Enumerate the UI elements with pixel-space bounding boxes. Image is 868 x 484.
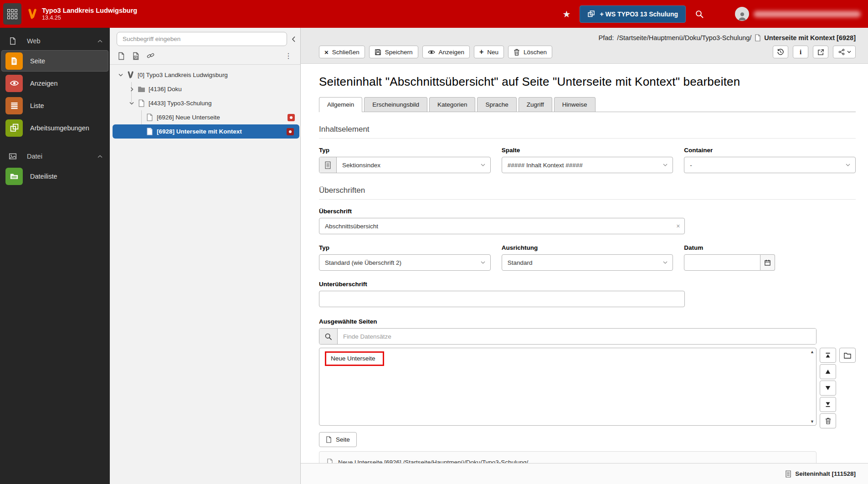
annotation-red-box: Neue Unterseite: [325, 351, 384, 366]
add-page-button[interactable]: Seite: [319, 432, 357, 447]
find-records-input[interactable]: [338, 329, 816, 344]
clear-icon[interactable]: ×: [676, 222, 680, 230]
tab-kategorien[interactable]: Kategorien: [429, 97, 475, 112]
close-button[interactable]: × Schließen: [319, 46, 365, 58]
date-input[interactable]: [684, 254, 760, 271]
share-button[interactable]: [833, 46, 856, 58]
tree-node-label: [6928] Unterseite mit Kontext: [157, 128, 242, 135]
heading-type-select[interactable]: Standard (wie Überschrift 2): [319, 254, 491, 271]
sidebar-item-label: Arbeitsumgebungen: [30, 124, 89, 132]
scrollbar-down-icon[interactable]: ▼: [810, 419, 814, 424]
move-to-top-button[interactable]: [820, 348, 836, 363]
history-button[interactable]: [773, 46, 788, 58]
remove-item-button[interactable]: [820, 413, 836, 428]
filelist-module-icon: [5, 168, 23, 185]
tree-node-typo3-schulung[interactable]: [4433] Typo3-Schulung: [110, 96, 300, 110]
chevron-up-icon: [98, 40, 103, 43]
move-up-button[interactable]: [820, 364, 836, 379]
unterueberschrift-input[interactable]: [319, 291, 685, 307]
ctype-value: Sektionsindex: [337, 162, 393, 169]
tree-node-unterseite-mit-kontext[interactable]: [6928] Unterseite mit Kontext: [113, 124, 299, 139]
sidebar-item-arbeitsumgebungen[interactable]: Arbeitsumgebungen: [1, 117, 108, 139]
module-group-datei[interactable]: Datei: [0, 145, 110, 165]
sidebar-item-label: Seite: [30, 57, 45, 65]
redacted-username: [754, 11, 861, 17]
tree-filter-input[interactable]: [117, 32, 287, 46]
view-button[interactable]: Anzeigen: [422, 46, 470, 58]
tab-zugriff[interactable]: Zugriff: [519, 97, 552, 112]
bookmark-star-icon[interactable]: ★: [563, 9, 571, 20]
record-footer: Seiteninhalt [111528]: [301, 463, 868, 484]
page-icon: [145, 113, 154, 121]
delete-button[interactable]: Löschen: [508, 46, 552, 58]
file-icon: [8, 152, 18, 160]
open-in-window-button[interactable]: [813, 46, 828, 58]
user-menu[interactable]: [735, 7, 861, 21]
share-icon: [838, 49, 845, 55]
info-button[interactable]: i: [793, 46, 808, 58]
site-title: Typo3 Landkreis Ludwigsburg: [42, 6, 137, 15]
path-prefix: Pfad:: [599, 34, 614, 41]
web-icon: [8, 37, 18, 45]
avatar: [735, 7, 749, 21]
colpos-select[interactable]: ##### Inhalt Kontext #####: [502, 157, 673, 173]
module-menu-button[interactable]: [3, 3, 21, 25]
chevron-down-icon[interactable]: [117, 73, 124, 77]
new-button[interactable]: + Neu: [474, 46, 504, 58]
new-page-icon[interactable]: [118, 52, 125, 60]
selected-pages-listbox[interactable]: Neue Unterseite ▲ ▼: [319, 348, 817, 426]
tree-node-root[interactable]: [0] Typo3 Landkreis Ludwigsburg: [110, 68, 300, 82]
tree-more-menu-icon[interactable]: ⋮: [285, 51, 294, 60]
browse-controls: [839, 348, 856, 363]
ueberschrift-input[interactable]: [319, 218, 685, 234]
tree-node-doku[interactable]: [4136] Doku: [110, 82, 300, 96]
save-button[interactable]: Speichern: [369, 46, 418, 58]
container-value: -: [684, 162, 705, 169]
ctype-select[interactable]: Sektionsindex: [319, 157, 491, 173]
move-down-button[interactable]: [820, 381, 836, 396]
brand: Typo3 Landkreis Ludwigsburg 13.4.25: [27, 6, 137, 22]
tab-hinweise[interactable]: Hinweise: [554, 97, 596, 112]
ueberschrift-label: Überschrift: [319, 208, 856, 215]
search-icon[interactable]: [695, 10, 704, 19]
page-icon: [755, 34, 761, 41]
sidebar-item-seite[interactable]: Seite: [1, 50, 108, 72]
view-button-label: Anzeigen: [439, 49, 464, 56]
tab-allgemein[interactable]: Allgemein: [319, 97, 362, 112]
ausgewaehlte-seiten-label: Ausgewählte Seiten: [319, 318, 856, 325]
typo3-site-icon: [126, 71, 134, 79]
sidebar-item-dateiliste[interactable]: Dateiliste: [1, 165, 108, 187]
page-tree-panel: ⋮ [0] Typo3 Landkreis Ludwigsburg: [110, 28, 301, 484]
sidebar-item-anzeigen[interactable]: Anzeigen: [1, 72, 108, 94]
new-shortcut-page-icon[interactable]: [132, 52, 139, 60]
scrollbar-up-icon[interactable]: ▲: [810, 350, 814, 354]
calendar-icon[interactable]: [760, 254, 776, 271]
workspaces-module-icon: [5, 119, 23, 137]
chevron-down-icon[interactable]: [128, 102, 135, 105]
tab-sprache[interactable]: Sprache: [477, 97, 516, 112]
browse-folder-button[interactable]: [839, 348, 856, 363]
link-icon[interactable]: [146, 52, 155, 60]
selected-pages-item[interactable]: Neue Unterseite: [326, 353, 383, 365]
alignment-value: Standard: [502, 259, 545, 266]
page-icon: [137, 99, 145, 107]
chevron-up-icon: [98, 155, 103, 158]
record-search: [319, 328, 817, 345]
typo3-version: 13.4.25: [42, 15, 137, 22]
workspace-button[interactable]: + WS TYPO3 13 Schulung: [580, 5, 686, 23]
module-group-web[interactable]: Web: [0, 30, 110, 49]
trash-icon: [514, 49, 520, 56]
move-to-bottom-button[interactable]: [820, 397, 836, 412]
tab-erscheinungsbild[interactable]: Erscheinungsbild: [364, 97, 427, 112]
save-icon: [375, 49, 381, 56]
tree-node-neue-unterseite[interactable]: [6926] Neue Unterseite: [110, 110, 300, 124]
container-select[interactable]: -: [684, 157, 856, 173]
add-page-button-label: Seite: [336, 436, 350, 443]
section-inhaltselement: Inhaltselement: [319, 125, 856, 139]
module-group-label: Web: [27, 37, 41, 45]
chevron-right-icon[interactable]: [128, 87, 135, 92]
sidebar-item-liste[interactable]: Liste: [1, 95, 108, 116]
collapse-pagetree-button[interactable]: [292, 36, 296, 42]
alignment-select[interactable]: Standard: [502, 254, 673, 271]
tree-node-label: [4136] Doku: [149, 86, 182, 93]
